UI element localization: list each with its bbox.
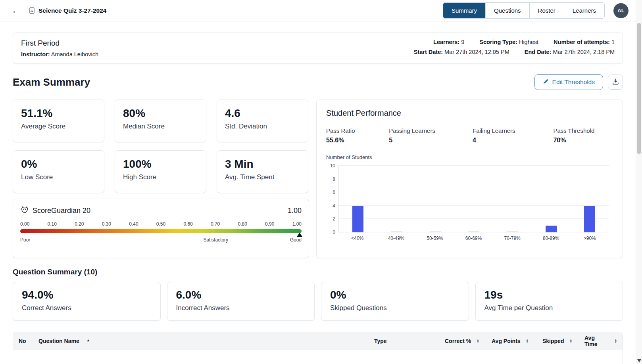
metric-pass-threshold: Pass Threshold 70% [553,127,613,144]
metric-failing-learners: Failing Learners 4 [473,127,553,144]
class-info-card: First Period Instructor: Amanda Leibovic… [13,33,623,64]
metric-pass-ratio: Pass Ratio 55.6% [326,127,389,144]
x-axis-label: 40-49% [377,236,416,241]
instructor-name: Amanda Leibovich [51,51,98,57]
x-axis-label: 50-59% [415,236,454,241]
student-performance-card: Student Performance Pass Ratio 55.6% Pas… [316,100,623,258]
y-axis-tick: 0 [326,230,335,235]
stat-avg-time-spent: 3 Min Avg. Time Spent [217,150,308,193]
bar [352,206,363,232]
x-axis-label: <40% [338,236,377,241]
tab-bar: Summary Questions Roster Learners [443,2,605,19]
scoreguardian-title: ScoreGuardian 20 [33,207,90,215]
avatar[interactable]: AL [613,3,629,18]
tab-learners[interactable]: Learners [564,3,604,18]
performance-bar-chart: 0246810 [338,166,609,232]
meta-attempts: Number of attempts: 1 [554,39,615,45]
meta-scoring-type: Scoring Type: Highest [479,39,538,45]
sort-icon: ▲▼ [615,339,617,343]
exam-summary-heading: Exam Summary [13,76,90,88]
meta-learners: Learners: 9 [433,39,464,45]
col-no: No [13,332,33,350]
x-axis-label: 60-69% [454,236,493,241]
bar [430,232,441,232]
exam-stats-grid: 51.1% Average Score 80% Median Score 4.6… [13,100,309,193]
app: ← Science Quiz 3-27-2024 Summary Questio… [0,0,642,364]
scoreguardian-icon [20,205,29,216]
table-row [13,350,623,364]
scale-label-poor: Poor [20,237,30,243]
instructor-line: Instructor: Amanda Leibovich [21,51,98,57]
bar [584,206,595,232]
quiz-title-wrap: Science Quiz 3-27-2024 [29,7,106,14]
performance-metrics: Pass Ratio 55.6% Passing Learners 5 Fail… [326,127,613,144]
bar [546,226,557,232]
top-bar: ← Science Quiz 3-27-2024 Summary Questio… [0,0,636,21]
y-axis-tick: 10 [326,163,335,169]
stat-incorrect-answers: 6.0% Incorrect Answers [167,282,315,321]
scrollbar-thumb[interactable] [637,23,641,154]
class-meta: Learners: 9 Scoring Type: Highest Number… [414,39,615,57]
score-marker-icon [297,233,302,237]
col-avg-time[interactable]: Avg Time▲▼ [579,332,623,350]
tab-roster[interactable]: Roster [529,3,564,18]
sort-icon: ▲▼ [526,339,529,343]
col-correct-percent[interactable]: Correct %▲▼ [439,332,486,350]
x-axis-label: >90% [570,236,609,241]
y-axis-title: Number of Students [326,154,613,160]
score-gradient-bar [20,229,302,233]
scroll-down-arrow-icon[interactable] [637,359,641,362]
x-axis-label: 80-89% [532,236,571,241]
stat-avg-time-per-question: 19s Avg Time per Question [475,282,623,321]
scoreguardian-value: 1.00 [288,207,302,215]
tab-questions[interactable]: Questions [485,3,529,18]
bar [507,232,518,232]
stat-correct-answers: 94.0% Correct Answers [13,282,161,321]
stat-skipped-questions: 0% Skipped Questions [321,282,469,321]
tab-summary[interactable]: Summary [443,3,485,18]
col-avg-points[interactable]: Avg Points▲▼ [486,332,537,350]
download-report-button[interactable] [608,75,623,90]
scoreguardian-card: ScoreGuardian 20 1.00 0.000.10 0.200.30 … [13,199,309,258]
quiz-document-icon [29,7,35,14]
bar [468,232,479,232]
y-axis-tick: 2 [326,216,335,222]
stat-high-score: 100% High Score [115,150,206,193]
sort-asc-icon: ▲ [86,338,90,342]
x-axis-label: 70-79% [493,236,532,241]
meta-end-date: End Date: Mar 27th 2024, 2:18 PM [525,49,615,55]
student-performance-title: Student Performance [326,109,613,118]
question-table: No Question Name▲ Type Correct %▲▼ [13,332,623,364]
page-scrollbar [636,0,642,364]
page-title: Science Quiz 3-27-2024 [38,7,106,14]
y-axis-tick: 4 [326,203,335,209]
scoreguardian-ticks: 0.000.10 0.200.30 0.400.50 0.600.70 0.80… [20,221,302,227]
stat-std-deviation: 4.6 Std. Deviation [217,100,308,142]
sort-icon: ▲▼ [569,339,572,343]
metric-passing-learners: Passing Learners 5 [389,127,473,144]
download-icon [612,78,619,86]
scale-label-good: Good [290,237,302,243]
stat-low-score: 0% Low Score [13,150,104,193]
back-button[interactable]: ← [10,4,22,17]
meta-start-date: Start Date: Mar 27th 2024, 12:05 PM [414,49,509,55]
question-stats-grid: 94.0% Correct Answers 6.0% Incorrect Ans… [13,282,623,321]
col-question-name[interactable]: Question Name▲ [33,332,369,350]
edit-thresholds-button[interactable]: Edit Thresholds [534,74,603,90]
class-name: First Period [21,39,98,48]
stat-average-score: 51.1% Average Score [13,100,104,142]
scale-label-satisfactory: Satisfactory [203,237,228,243]
question-summary-heading: Question Summary (10) [13,268,623,276]
x-axis-labels: <40%40-49%50-59%60-69%70-79%80-89%>90% [338,236,609,241]
stat-median-score: 80% Median Score [115,100,206,142]
y-axis-tick: 8 [326,176,335,182]
col-skipped[interactable]: Skipped▲▼ [537,332,579,350]
pencil-icon [543,79,549,86]
bar [391,232,402,232]
y-axis-tick: 6 [326,190,335,195]
col-type: Type [369,332,439,350]
sort-icon: ▲▼ [477,339,479,343]
